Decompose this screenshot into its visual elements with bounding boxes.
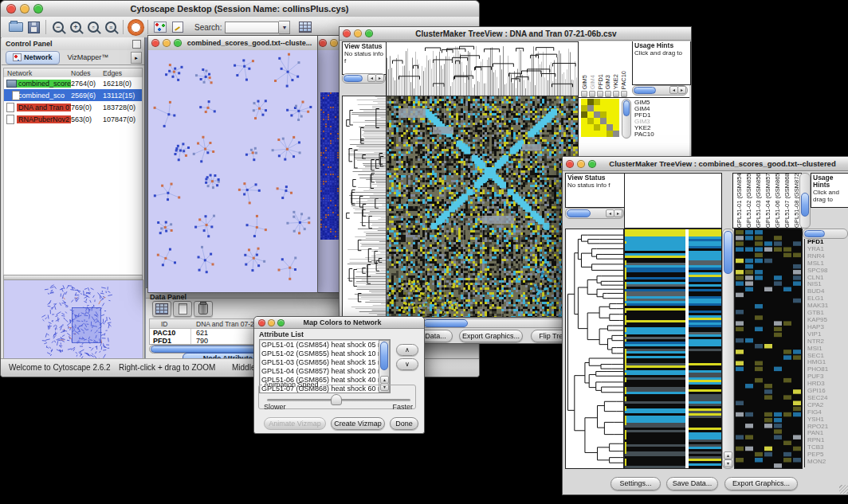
node-count: 769(0)	[71, 104, 103, 111]
network-table-row[interactable]: combined_sco2569(6)13112(15)	[4, 89, 142, 101]
submatrix-heatmap[interactable]	[581, 99, 619, 137]
labels-vscrollbar[interactable]	[799, 173, 811, 229]
scroll-right-icon[interactable]	[677, 86, 686, 94]
treeview1-title-bar[interactable]: ClusterMaker TreeView : DNA and Tran 07-…	[340, 27, 691, 41]
view-status-scrollbar[interactable]	[565, 208, 624, 219]
network-table-row[interactable]: RNAPuberNov2+563(0)107847(0)	[4, 113, 142, 125]
gene-label[interactable]: MON2	[807, 459, 848, 466]
close-button[interactable]	[258, 319, 265, 326]
minimize-button[interactable]	[354, 29, 362, 37]
zoom-button[interactable]	[588, 160, 596, 168]
tab-overflow-arrow[interactable]: ▸	[131, 52, 142, 64]
attribute-list-item[interactable]: GPL51-01 (GSM854) heat shock 05 min	[260, 341, 380, 350]
create-vizmap-button[interactable]: Create Vizmap	[331, 417, 385, 430]
treeview2-title-bar[interactable]: ClusterMaker TreeView : combined_scores_…	[563, 157, 848, 171]
scroll-down-icon[interactable]	[724, 459, 732, 467]
edge-count: 13112(15)	[103, 92, 142, 100]
column-dendrogram[interactable]	[386, 41, 579, 97]
row-id: PAC10	[150, 329, 191, 337]
network-canvas[interactable]	[150, 52, 316, 291]
zoom-out-icon[interactable]	[49, 19, 67, 35]
network-table-row[interactable]: DNA and Tran 07769(0)183728(0)	[4, 101, 142, 113]
tab-network[interactable]: Network	[6, 51, 60, 64]
heatmap-main[interactable]	[386, 96, 579, 318]
node-count: 2764(0)	[71, 80, 103, 88]
mini-toolbar-icons[interactable]	[581, 91, 627, 97]
heatmap-vscrollbar[interactable]	[722, 229, 734, 469]
save-data-button[interactable]: Save Data...	[666, 477, 718, 490]
usage-hints-scrollbar[interactable]	[632, 85, 688, 96]
column-label: GPL51-04 (GSM857)	[764, 173, 771, 228]
network-overview-thumbnail[interactable]	[3, 279, 143, 365]
scroll-up-icon[interactable]	[724, 451, 732, 459]
close-button[interactable]	[343, 29, 351, 37]
network-name: DNA and Tran 07	[17, 104, 71, 111]
move-down-button[interactable]: ∨	[396, 358, 418, 370]
close-button[interactable]	[151, 39, 159, 47]
network-view-window: combined_scores_good.txt--cluste...	[147, 35, 318, 293]
submatrix-vscrollbar[interactable]	[622, 99, 631, 139]
close-button[interactable]	[6, 4, 16, 14]
zoom-selected-icon[interactable]	[84, 19, 102, 35]
row-dendrogram[interactable]	[342, 96, 387, 318]
gene-list-scrollbar[interactable]	[803, 229, 848, 239]
attribute-list-item[interactable]: GPL51-02 (GSM855) heat shock 10 min	[260, 350, 380, 358]
export-graphics-button[interactable]: Export Graphics...	[459, 330, 523, 342]
zoom-button[interactable]	[365, 29, 373, 37]
minimize-button[interactable]	[163, 39, 171, 47]
global-heatmap[interactable]	[624, 229, 722, 469]
zoom-button[interactable]	[174, 39, 182, 47]
annotation-icon[interactable]	[169, 19, 186, 35]
graphics-details-icon[interactable]	[151, 19, 169, 35]
column-header-id[interactable]: ID	[150, 320, 191, 328]
document-icon	[6, 103, 14, 112]
scroll-right-icon[interactable]	[614, 209, 622, 217]
minimize-button[interactable]	[330, 39, 338, 47]
view-status-panel: View StatusNo status info f	[342, 41, 389, 75]
treeview1-gene-labels: GIM5GIM4PFD1GIM3YKE2PAC10	[634, 100, 687, 138]
column-label: GPL51-02 (GSM855)	[745, 173, 752, 228]
gene-label[interactable]: PAC10	[634, 131, 687, 138]
overview-icon[interactable]	[296, 19, 314, 35]
network-window-title-bar[interactable]: combined_scores_good.txt--cluste...	[148, 36, 317, 51]
save-icon[interactable]	[25, 19, 42, 35]
dialog-title-bar[interactable]: Map Colors to Network	[254, 317, 424, 329]
zoom-button[interactable]	[277, 319, 285, 326]
animate-vizmap-button[interactable]: Animate Vizmap	[264, 417, 326, 430]
zoom-in-icon[interactable]	[67, 19, 84, 35]
zoom-fit-icon[interactable]	[102, 19, 120, 35]
zoom-heatmap[interactable]	[734, 229, 803, 469]
node-count: 2569(6)	[71, 92, 103, 100]
minimize-button[interactable]	[577, 160, 585, 168]
zoom-button[interactable]	[33, 4, 43, 14]
attribute-list-item[interactable]: GPL51-03 (GSM856) heat shock 15 min	[260, 358, 380, 367]
delete-attribute-icon-button[interactable]	[194, 301, 213, 317]
open-folder-icon[interactable]	[7, 19, 25, 35]
search-dropdown-arrow[interactable]: ▼	[279, 21, 290, 34]
attribute-grid-icon-button[interactable]	[152, 301, 171, 317]
settings-button[interactable]: Settings...	[610, 477, 661, 490]
animation-speed-label: Animation Speed	[262, 381, 320, 389]
attribute-list-label: Attribute List	[259, 330, 304, 338]
resize-grip[interactable]	[839, 485, 848, 494]
export-graphics-button[interactable]: Export Graphics...	[724, 477, 798, 490]
minimize-button[interactable]	[20, 4, 29, 14]
search-input[interactable]	[225, 21, 279, 33]
scroll-right-icon[interactable]	[375, 74, 384, 82]
help-lifesaver-icon[interactable]	[127, 19, 144, 35]
row-dendrogram[interactable]	[565, 229, 624, 469]
attribute-list-item[interactable]: GPL51-04 (GSM857) heat shock 20 min	[260, 367, 380, 376]
minimize-button[interactable]	[268, 319, 275, 326]
float-panel-icon[interactable]	[132, 40, 141, 49]
main-title-bar[interactable]: Cytoscape Desktop (Session Name: collins…	[1, 1, 479, 18]
move-up-button[interactable]: ∧	[396, 344, 418, 356]
done-button[interactable]: Done	[390, 417, 418, 430]
search-label: Search:	[194, 23, 222, 32]
network-table-row[interactable]: combined_scores2764(0)16218(0)	[4, 77, 142, 89]
tab-vizmapper[interactable]: VizMapper™	[60, 53, 117, 61]
close-button[interactable]	[566, 160, 574, 168]
new-attribute-icon-button[interactable]	[173, 301, 192, 317]
close-button[interactable]	[319, 39, 327, 47]
view-status-scrollbar[interactable]	[342, 73, 386, 84]
slider-handle[interactable]	[331, 394, 342, 405]
